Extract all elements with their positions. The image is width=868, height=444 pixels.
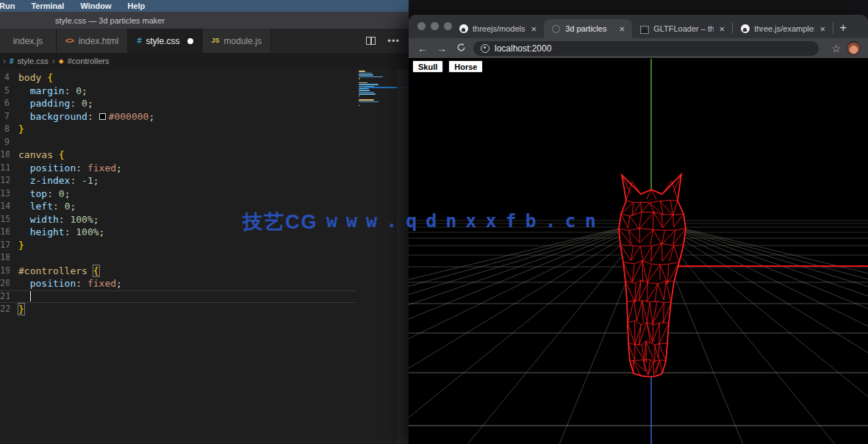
reload-icon [456,43,466,52]
github-favicon [459,24,468,33]
line-number: 6 [0,97,10,110]
tab-title: 3d particles [565,24,613,33]
page-content: SkullHorse [409,58,868,444]
close-window-button[interactable] [417,22,426,30]
browser-tab-1[interactable]: threejs/models× [451,19,544,38]
line-number: 5 [0,85,10,98]
globe-favicon [552,25,560,33]
tab-label: style.css [146,36,180,46]
tab-title: three.js/examples [754,24,814,33]
code-line: 8} [0,123,397,136]
browser-window: threejs/models×3d particles×GLTFLoader –… [409,15,868,444]
three-favicon [641,26,648,33]
reload-button[interactable] [454,43,467,54]
minimize-window-button[interactable] [431,22,439,30]
line-number: 16 [0,226,10,239]
site-info-icon[interactable] [481,44,489,53]
chevron-right-icon: › [52,56,55,66]
line-number: 7 [0,110,10,123]
vscode-window: style.css — 3d particles maker JSindex.j… [0,12,409,444]
code-line: 4body { [0,71,397,85]
minimap-line [359,76,383,78]
color-swatch-icon [99,113,106,120]
minimap-line [359,96,360,97]
editor-tab-index.js[interactable]: JSindex.js [0,29,57,53]
minimap-line [359,73,372,74]
code-line: 21 [0,290,356,304]
js-file-icon: JS [212,37,220,44]
editor-tab-module.js[interactable]: JSmodule.js [203,29,271,53]
menu-item-help[interactable]: Help [127,1,145,10]
split-editor-icon[interactable] [366,37,376,45]
breadcrumb-item[interactable]: style.css [18,57,49,65]
browser-tabstrip: threejs/models×3d particles×GLTFLoader –… [409,15,868,38]
editor-tab-index.html[interactable]: <>index.html [57,29,128,53]
line-number: 11 [0,162,10,175]
symbol-rule-icon: ◆ [59,57,64,65]
code-line: 15 width: 100%; [0,213,397,226]
tab-label: index.js [13,36,43,46]
menu-item-window[interactable]: Window [80,1,111,10]
back-button[interactable]: ← [416,43,429,54]
text-cursor [30,291,32,301]
close-tab-icon[interactable]: × [718,24,727,35]
browser-tab-4[interactable]: three.js/examples× [733,19,833,38]
line-number: 12 [0,174,10,187]
browser-tab-2[interactable]: 3d particles× [544,19,632,38]
line-number: 10 [0,148,10,162]
desktop-menubar: RunTerminalWindowHelp [0,0,409,12]
new-tab-button[interactable]: + [833,21,854,38]
code-line: 20 position: fixed; [0,277,397,290]
tab-label: index.html [79,36,119,46]
tab-title: threejs/models [473,24,526,33]
code-line: 10canvas { [0,148,397,162]
minimap-line [359,92,374,93]
horse-button[interactable]: Horse [448,60,483,73]
editor-actions: ••• [366,29,400,53]
breadcrumb: ›#style.css›◆#controllers [0,53,409,69]
forward-button[interactable]: → [435,43,448,54]
minimap[interactable] [357,71,397,444]
css-file-icon: # [10,57,14,65]
minimap-line [359,93,376,95]
browser-tabs: threejs/models×3d particles×GLTFLoader –… [451,15,833,38]
screen: RunTerminalWindowHelp style.css — 3d par… [0,0,868,444]
url-text: localhost:2000 [495,43,551,54]
editor-tab-style.css[interactable]: #style.css [128,29,202,53]
line-number: 17 [0,239,10,252]
line-number: 21 [0,290,10,304]
editor-scrollbar[interactable] [397,69,409,444]
code-line: 7 background: #000000; [0,110,397,123]
menu-item-run[interactable]: Run [0,1,15,10]
html-file-icon: <> [65,37,74,44]
line-number: 18 [0,251,10,265]
close-tab-icon[interactable]: × [530,24,539,35]
model-buttons: SkullHorse [412,60,483,73]
tab-title: GLTFLoader – th… [653,24,713,33]
close-tab-icon[interactable]: × [618,24,627,35]
bookmark-star-icon[interactable]: ☆ [831,43,841,54]
github-favicon [741,24,750,33]
minimap-line [359,84,379,85]
breadcrumb-item[interactable]: #controllers [68,57,110,65]
skull-button[interactable]: Skull [412,60,443,73]
code-lines: 4body {5 margin: 0;6 padding: 0;7 backgr… [0,71,397,316]
vscode-titlebar[interactable]: style.css — 3d particles maker [0,12,409,29]
threejs-canvas[interactable] [409,58,868,444]
menu-item-terminal[interactable]: Terminal [31,1,64,10]
line-number: 4 [0,71,10,85]
code-editor[interactable]: 4body {5 margin: 0;6 padding: 0;7 backgr… [0,69,409,444]
minimap-line [359,90,370,91]
address-bar[interactable]: localhost:2000 [473,41,819,56]
more-actions-icon[interactable]: ••• [387,38,400,44]
profile-avatar[interactable] [847,41,861,55]
minimap-line [359,71,365,72]
browser-tab-3[interactable]: GLTFLoader – th…× [632,19,732,38]
code-line: 17} [0,239,397,252]
browser-toolbar: ← → localhost:2000 ☆ [409,38,868,58]
tab-label: module.js [224,36,262,46]
code-line: 12 z-index: -1; [0,174,397,187]
css-file-icon: # [137,37,141,44]
minimap-line [359,99,374,101]
close-tab-icon[interactable]: × [819,24,828,35]
